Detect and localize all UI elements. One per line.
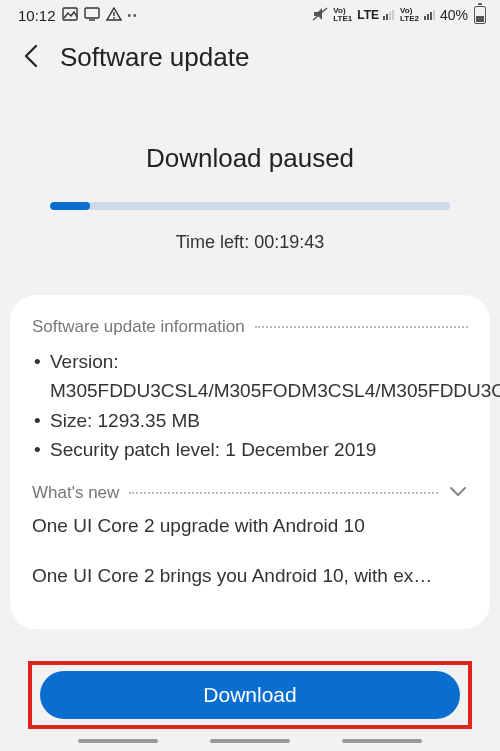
svg-rect-15 <box>433 10 435 20</box>
download-status-title: Download paused <box>36 143 464 174</box>
svg-rect-1 <box>85 8 99 18</box>
status-time: 10:12 <box>18 7 56 24</box>
download-button-highlight: Download <box>28 661 472 729</box>
whats-new-head[interactable]: What's new <box>32 483 468 503</box>
screen-icon <box>84 7 100 24</box>
image-icon <box>62 7 78 24</box>
whats-new-label: What's new <box>32 483 119 503</box>
time-left-label: Time left: 00:19:43 <box>36 232 464 253</box>
sim2-bot: LTE2 <box>400 15 419 23</box>
sim1-bot: LTE1 <box>333 15 352 23</box>
svg-point-5 <box>113 17 115 19</box>
battery-percent: 40% <box>440 7 468 23</box>
divider-dots <box>129 492 438 494</box>
progress-bar <box>50 202 450 210</box>
lte-label: LTE <box>357 8 379 22</box>
nav-bar <box>0 739 500 743</box>
nav-back[interactable] <box>342 739 422 743</box>
battery-icon <box>474 6 486 24</box>
svg-rect-13 <box>427 14 429 20</box>
progress-fill <box>50 202 90 210</box>
info-card: Software update information Version: M30… <box>10 295 490 629</box>
svg-rect-11 <box>392 10 394 20</box>
signal1-icon <box>383 7 395 23</box>
svg-rect-8 <box>383 16 385 20</box>
download-button[interactable]: Download <box>40 671 460 719</box>
page-title: Software update <box>60 42 249 73</box>
whats-new-line2: One UI Core 2 brings you Android 10, wit… <box>32 565 468 587</box>
status-bar: 10:12 •• Vo) LTE1 LTE Vo) LTE2 40% <box>0 0 500 28</box>
svg-rect-14 <box>430 12 432 20</box>
nav-recent[interactable] <box>78 739 158 743</box>
info-version: Version: M305FDDU3CSL4/M305FODM3CSL4/M30… <box>32 347 468 406</box>
svg-rect-12 <box>424 16 426 20</box>
info-list: Version: M305FDDU3CSL4/M305FODM3CSL4/M30… <box>32 337 468 483</box>
status-left: 10:12 •• <box>18 7 139 24</box>
mute-icon <box>312 7 328 24</box>
svg-rect-9 <box>386 14 388 20</box>
more-icon: •• <box>128 10 139 21</box>
header-bar: Software update <box>0 28 500 83</box>
svg-rect-10 <box>389 12 391 20</box>
info-section-label: Software update information <box>32 317 245 337</box>
download-status-block: Download paused Time left: 00:19:43 <box>0 83 500 271</box>
info-section-head: Software update information <box>32 317 468 337</box>
divider-dots <box>255 326 468 328</box>
info-size: Size: 1293.35 MB <box>32 406 468 435</box>
info-patch: Security patch level: 1 December 2019 <box>32 435 468 464</box>
warning-icon <box>106 7 122 24</box>
back-icon[interactable] <box>22 43 42 73</box>
sim1-indicator: Vo) LTE1 <box>333 7 352 23</box>
signal2-icon <box>424 7 436 23</box>
nav-home[interactable] <box>210 739 290 743</box>
whats-new-body: One UI Core 2 upgrade with Android 10 On… <box>32 503 468 587</box>
sim2-indicator: Vo) LTE2 <box>400 7 419 23</box>
chevron-down-icon <box>448 483 468 503</box>
whats-new-line1: One UI Core 2 upgrade with Android 10 <box>32 515 468 537</box>
status-right: Vo) LTE1 LTE Vo) LTE2 40% <box>312 6 486 24</box>
